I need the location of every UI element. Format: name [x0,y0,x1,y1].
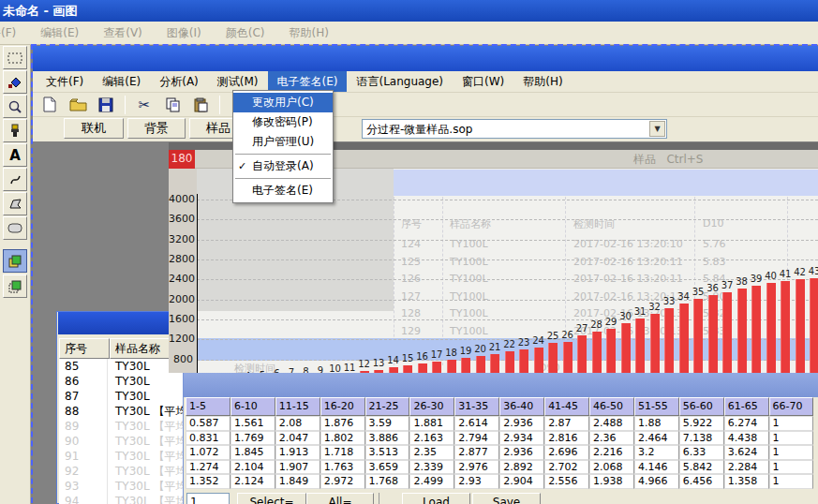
sample-index-cell: 87 [59,389,108,404]
chart-bar-17 [432,362,441,373]
new-file-icon[interactable] [38,95,61,115]
range-column-header[interactable]: 36-40 [499,397,544,416]
range-column-header[interactable]: 11-15 [275,397,320,416]
chart-bar-21 [490,354,499,373]
polygon-tool-icon[interactable] [3,192,27,215]
range-column-header[interactable]: 66-70 [769,397,814,416]
paste-icon[interactable] [189,95,212,115]
analyzer-button-row: 分过程-微量样品.sop ▼ 联机背景样品 [33,117,818,141]
app-menu-item-4[interactable]: 电子签名(E) [268,71,348,92]
bar-label: 30 [618,311,633,321]
command-button-0[interactable]: 联机 [64,118,124,139]
bar-label: 34 [677,291,692,302]
fill-bucket-icon[interactable] [3,70,27,94]
app-menu-item-1[interactable]: 编辑(E) [93,71,150,92]
range-column-header[interactable]: 26-30 [409,397,454,416]
range-column-header[interactable]: 1-5 [186,397,231,416]
row-count-input[interactable] [186,493,230,504]
curve-tool-icon[interactable] [3,168,27,191]
bar-label: 9 [313,365,328,373]
ghost-cell: TY100L [450,256,488,268]
distribution-row[interactable]: 1.0721.8451.9131.7183.5132.352.8772.9362… [186,445,813,460]
app-menu-item-7[interactable]: 帮助(H) [513,71,572,92]
esignature-dropdown-menu: 更改用户(C)修改密码(P)用户管理(U)✓自动登录(A)电子签名(E) [232,90,334,203]
range-column-header[interactable]: 51-55 [634,397,679,416]
save-button[interactable]: Save [472,493,541,504]
range-column-header[interactable]: 41-45 [544,397,589,416]
range-column-header[interactable]: 61-65 [724,397,769,416]
combobox-dropdown-arrow[interactable]: ▼ [649,121,665,137]
ghost-cell: 128 [401,307,421,319]
load-button[interactable]: Load [402,493,470,504]
checkmark-icon: ✓ [238,156,246,176]
sample-index-cell: 85 [59,359,108,374]
command-button-1[interactable]: 背景 [127,118,186,139]
menu-item-4[interactable]: ✓自动登录(A) [233,156,333,176]
chart-bar-37 [722,292,732,373]
distribution-row[interactable]: 0.5871.5612.081.8763.591.8812.6142.9362.… [186,416,813,431]
distribution-cell: 3.59 [365,416,410,431]
paint-menu-view[interactable]: 查看(V) [91,22,155,44]
select-button[interactable]: Select= [237,493,306,504]
menu-item-0[interactable]: 更改用户(C) [233,93,333,112]
distribution-cell: 2.464 [634,431,679,446]
text-tool-icon[interactable]: A [3,143,27,167]
range-column-header[interactable]: 16-20 [320,397,365,416]
paint-menu-edit[interactable]: 编辑(E) [28,22,91,44]
draw-transparent-option-icon[interactable] [3,274,27,298]
bar-label: 32 [647,302,662,312]
distribution-cell: 7.138 [679,431,724,446]
column-header-index[interactable]: 序号 [59,338,110,359]
range-column-header[interactable]: 46-50 [589,397,634,416]
copy-icon[interactable] [161,95,184,115]
draw-opaque-option-icon[interactable] [3,249,27,273]
paint-tool-panel: A [0,45,31,504]
app-menu-item-3[interactable]: 测试(M) [208,71,268,92]
bar-label: 10 [328,363,343,373]
paint-menu-colors[interactable]: 颜色(C) [214,22,277,44]
bar-label: 18 [444,348,459,358]
paint-menu-image[interactable]: 图像(I) [155,22,214,44]
range-column-header[interactable]: 6-10 [231,397,275,416]
all-button[interactable]: All= [306,493,374,504]
cut-icon[interactable]: ✂ [133,95,156,115]
app-menu-item-6[interactable]: 窗口(W) [453,71,513,92]
menu-item-6[interactable]: 电子签名(E) [233,181,333,200]
distribution-cell: 2.104 [231,460,275,475]
distribution-cell: 4.146 [634,460,679,475]
distribution-cell: 2.794 [454,431,499,446]
sop-combobox[interactable]: 分过程-微量样品.sop ▼ [362,119,667,139]
brush-icon[interactable] [3,119,27,142]
paint-menu-file[interactable]: 文件(F) [0,22,28,44]
open-file-icon[interactable] [67,95,89,115]
distribution-cell: 1.802 [320,431,365,446]
rounded-rect-tool-icon[interactable] [3,216,27,240]
ghost-cell: 129 [401,325,421,337]
chart-bar-41 [781,281,790,373]
distribution-cell: 1.938 [589,474,634,489]
magnifier-icon[interactable] [3,95,27,118]
range-column-header[interactable]: 31-35 [454,397,499,416]
save-icon[interactable] [95,95,117,115]
menu-item-1[interactable]: 修改密码(P) [233,112,333,132]
bar-label: 42 [793,267,808,277]
distribution-row[interactable]: 1.2742.1041.9071.7633.6592.3392.9762.892… [186,460,813,475]
distribution-table-title-bar [184,373,818,397]
bar-label: 25 [545,331,560,341]
bar-label: 23 [516,337,531,348]
paint-menu-help[interactable]: 帮助(H) [276,22,340,44]
app-menu-item-5[interactable]: 语言(Language) [347,71,453,92]
app-menu-item-0[interactable]: 文件(F) [37,71,93,92]
select-tool-icon[interactable] [3,46,27,69]
distribution-cell: 6.33 [679,445,724,460]
range-column-header[interactable]: 21-25 [365,397,410,416]
distribution-cell: 1.913 [275,445,320,460]
range-column-header[interactable]: 56-60 [679,397,724,416]
app-menu-item-2[interactable]: 分析(A) [150,71,208,92]
distribution-row[interactable]: 1.3522.1241.8492.9721.7682.4992.932.9042… [186,474,813,489]
distribution-cell: 2.816 [544,431,589,446]
sample-index-cell: 93 [59,479,108,494]
menu-item-2[interactable]: 用户管理(U) [233,132,333,152]
analyzer-title-bar [33,46,818,71]
distribution-row[interactable]: 0.8311.7692.0471.8023.8862.1632.7942.934… [186,431,813,446]
